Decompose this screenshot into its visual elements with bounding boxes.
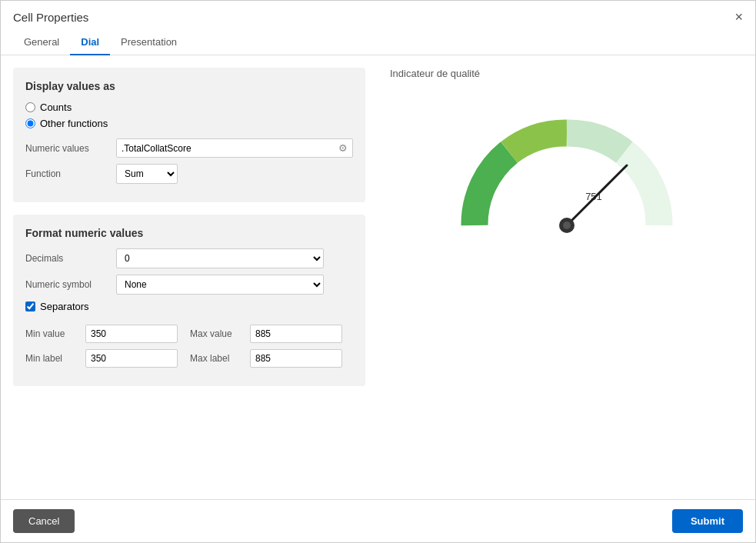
- numeric-symbol-row: Numeric symbol None K M B: [25, 275, 353, 295]
- min-max-value-row: Min value Max value: [25, 325, 353, 343]
- preview-title: Indicateur de qualité: [390, 68, 480, 79]
- left-panel: Display values as Counts Other functions…: [1, 55, 378, 499]
- function-row: Function Sum Count Avg Min Max: [25, 164, 353, 184]
- submit-button[interactable]: Submit: [672, 509, 743, 533]
- numeric-values-label: Numeric values: [25, 143, 110, 154]
- function-select[interactable]: Sum Count Avg Min Max: [116, 164, 178, 184]
- gear-icon-button[interactable]: ⚙: [334, 139, 352, 157]
- radio-other-label[interactable]: Other functions: [25, 118, 353, 129]
- gauge-svg: 751: [451, 110, 682, 248]
- tabs-bar: General Dial Presentation: [1, 30, 755, 55]
- numeric-values-input-container: ⚙: [116, 138, 353, 158]
- function-label: Function: [25, 168, 110, 179]
- display-radio-group: Counts Other functions: [25, 102, 353, 129]
- decimals-label: Decimals: [25, 253, 110, 264]
- max-value-label: Max value: [190, 328, 244, 339]
- numeric-values-input[interactable]: [117, 140, 334, 157]
- cancel-button[interactable]: Cancel: [13, 509, 75, 533]
- display-values-section: Display values as Counts Other functions…: [13, 68, 365, 202]
- min-value-label: Min value: [25, 328, 79, 339]
- format-section: Format numeric values Decimals 0 1 2 3 4…: [13, 215, 365, 386]
- footer: Cancel Submit: [1, 499, 755, 542]
- min-max-label-row: Min label Max label: [25, 349, 353, 368]
- numeric-symbol-label: Numeric symbol: [25, 279, 110, 290]
- tab-general[interactable]: General: [13, 30, 70, 55]
- gauge-segment-green-light1: [567, 133, 624, 152]
- separators-row: Separators: [25, 301, 353, 312]
- tab-presentation[interactable]: Presentation: [110, 30, 188, 55]
- separators-label: Separators: [40, 301, 89, 312]
- cell-properties-dialog: Cell Properties × General Dial Presentat…: [0, 0, 756, 543]
- max-value-input[interactable]: [250, 325, 342, 343]
- dialog-title: Cell Properties: [13, 11, 88, 24]
- numeric-symbol-select[interactable]: None K M B: [116, 275, 324, 295]
- radio-counts-text: Counts: [40, 102, 72, 113]
- gauge-segment-green-medium: [509, 133, 567, 152]
- display-values-title: Display values as: [25, 80, 353, 92]
- gauge-container: 751: [390, 110, 743, 248]
- gauge-segment-green-light2: [624, 152, 659, 225]
- min-label-label: Min label: [25, 353, 79, 364]
- max-label-input[interactable]: [250, 349, 342, 368]
- title-bar: Cell Properties ×: [1, 1, 755, 30]
- max-label-label: Max label: [190, 353, 244, 364]
- gauge-needle: [567, 165, 627, 225]
- content-area: Display values as Counts Other functions…: [1, 55, 755, 499]
- radio-other-functions[interactable]: [25, 118, 35, 128]
- tab-dial[interactable]: Dial: [70, 30, 110, 55]
- close-button[interactable]: ×: [734, 10, 743, 24]
- gauge-segment-green-dark: [474, 152, 508, 225]
- separators-checkbox[interactable]: [25, 301, 35, 311]
- gauge-needle-center: [563, 222, 571, 229]
- decimals-row: Decimals 0 1 2 3 4: [25, 248, 353, 268]
- decimals-select[interactable]: 0 1 2 3 4: [116, 248, 324, 268]
- min-label-input[interactable]: [85, 349, 178, 368]
- radio-other-text: Other functions: [40, 118, 108, 129]
- radio-counts-label[interactable]: Counts: [25, 102, 353, 113]
- right-panel: Indicateur de qualité 751: [378, 55, 755, 499]
- format-section-title: Format numeric values: [25, 227, 353, 239]
- numeric-values-row: Numeric values ⚙: [25, 138, 353, 158]
- min-value-input[interactable]: [85, 325, 178, 343]
- radio-counts[interactable]: [25, 102, 35, 112]
